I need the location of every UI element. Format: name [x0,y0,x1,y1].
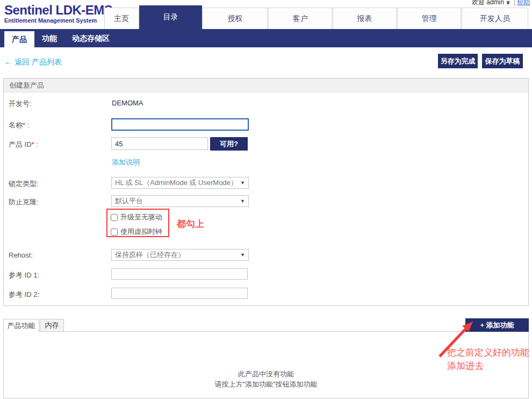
subnav-item-memory[interactable]: 动态存储区 [64,29,117,47]
back-link-label: 返回 产品列表 [15,58,62,66]
tab-customers[interactable]: 客户 [268,8,332,29]
rehost-value: 保持原样（已经存在） [115,250,185,260]
save-as-draft-button[interactable]: 保存为草稿 [482,54,523,68]
clone-protection-label: 防止克隆: [9,197,39,207]
dropdown-arrow-icon: ▼ [240,250,245,260]
tab-product-features[interactable]: 产品功能 [3,319,39,332]
tab-memory[interactable]: 内存 [40,319,64,331]
subnav-item-features[interactable]: 功能 [34,29,64,47]
add-feature-button[interactable]: + 添加功能 [465,318,529,332]
developer-id-label: 开发号: [9,99,32,109]
lock-type-select[interactable]: HL 或 SL（AdminMode 或 UserMode） ▼ [111,177,249,189]
annotation-note-line1: 把之前定义好的功能 [447,346,532,359]
app-subtitle: Entitlement Management System [4,17,112,24]
tab-catalog[interactable]: 目录 [139,5,202,29]
page: Sentinel LDK-EMS Entitlement Management … [0,0,532,399]
app-logo: Sentinel LDK-EMS Entitlement Management … [4,3,112,24]
ref-id-2-label: 参考 ID 2: [9,290,39,300]
ref-id-1-input[interactable] [111,268,248,280]
back-to-product-list-link[interactable]: ←返回 产品列表 [4,57,62,67]
save-as-complete-button[interactable]: 另存为完成 [438,54,478,68]
annotation-checkbox-highlight-rect [106,209,169,237]
welcome-user-label: 欢迎 admin [472,0,504,6]
dropdown-arrow-icon: ▼ [240,196,245,206]
name-input[interactable] [111,118,249,131]
annotation-note-line2: 添加进去 [447,359,532,373]
user-bar: 欢迎 admin∨|帮助 [472,0,530,7]
check-id-available-button[interactable]: 可用? [210,137,248,151]
tab-developers[interactable]: 开发人员 [462,8,528,29]
rehost-label: Rehost: [9,251,33,259]
back-arrow-icon: ← [4,57,12,66]
empty-state-line2: 请按上方"添加功能"按钮添加功能 [0,380,532,389]
panel-title: 创建新产品 [4,79,528,92]
ref-id-1-label: 参考 ID 1: [9,270,39,280]
name-label: 名称* : [9,120,29,130]
clone-protection-value: 默认平台 [115,196,143,206]
add-description-link[interactable]: 添加说明 [112,158,140,167]
lock-type-label: 锁定类型: [9,179,39,189]
lock-type-value: HL 或 SL（AdminMode 或 UserMode） [115,177,238,188]
product-id-input[interactable] [111,137,208,150]
help-link[interactable]: 帮助 [517,0,530,6]
tab-reports[interactable]: 报表 [333,8,397,29]
chevron-down-icon[interactable]: ∨ [506,0,511,5]
subnav-bar: 产品 功能 动态存储区 [0,29,532,47]
create-product-panel: 创建新产品 [3,78,529,306]
app-title: Sentinel LDK-EMS [4,3,112,17]
tab-entitlements[interactable]: 授权 [203,8,268,29]
subnav-item-products[interactable]: 产品 [4,31,34,47]
tab-admin[interactable]: 管理 [397,8,461,29]
dropdown-arrow-icon: ▼ [240,177,245,188]
ref-id-2-input[interactable] [111,288,248,299]
product-id-label: 产品 ID* : [9,140,38,149]
clone-protection-select[interactable]: 默认平台 ▼ [111,195,249,207]
divider: | [514,0,515,6]
annotation-add-feature-note: 把之前定义好的功能 添加进去 [447,346,532,373]
rehost-select[interactable]: 保持原样（已经存在） ▼ [111,249,249,261]
tab-home[interactable]: 主页 [104,8,139,29]
annotation-check-both-text: 都勾上 [177,218,204,230]
developer-id-value: DEMOMA [112,99,143,107]
